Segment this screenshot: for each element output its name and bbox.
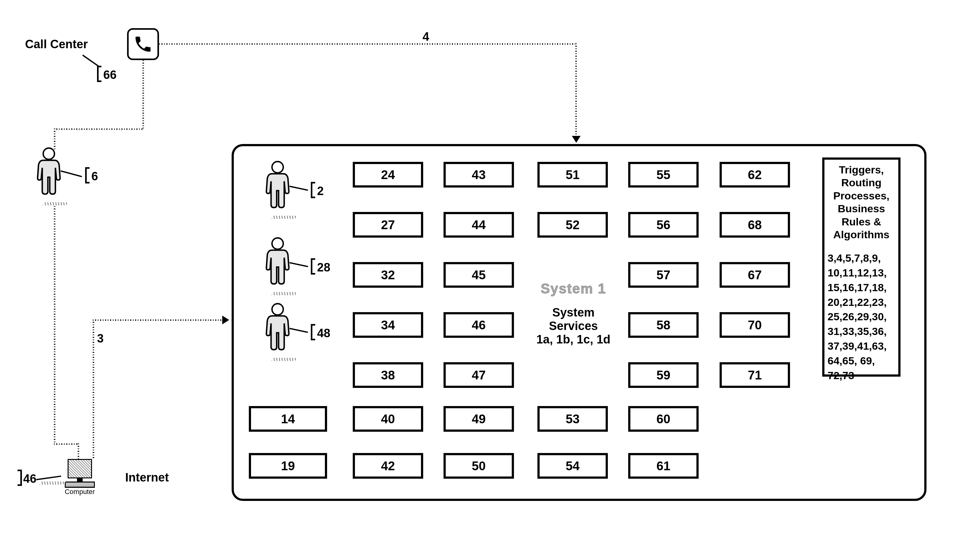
internet-label: Internet — [125, 471, 169, 484]
triggers-line: 3,4,5,7,8,9, — [827, 251, 895, 266]
module-box: 44 — [444, 212, 514, 238]
person-icon — [263, 161, 292, 217]
module-box: 43 — [444, 162, 514, 188]
module-box: 62 — [719, 162, 790, 188]
system-services-label: System Services — [534, 306, 612, 333]
person-icon — [263, 303, 292, 359]
module-box: 59 — [628, 362, 698, 388]
triggers-line: 25,26,29,30, — [827, 309, 895, 324]
triggers-list: 3,4,5,7,8,9, 10,11,12,13, 15,16,17,18, 2… — [827, 251, 895, 383]
svg-point-3 — [272, 304, 283, 315]
module-box: 55 — [628, 162, 698, 188]
module-box: 49 — [444, 406, 514, 432]
person6-lead: 6 — [91, 170, 98, 183]
triggers-box: Triggers, Routing Processes, Business Ru… — [822, 158, 900, 377]
module-box: 19 — [249, 453, 327, 479]
computer-icon: Computer — [63, 459, 97, 496]
module-box: 54 — [538, 453, 608, 479]
triggers-line: 31,33,35,36, — [827, 324, 895, 339]
path-4-seg1 — [159, 43, 576, 45]
call-center-lead: 66 — [103, 68, 116, 82]
module-box: 68 — [719, 212, 790, 238]
system-title: System 1 — [534, 281, 612, 296]
module-box: 27 — [353, 212, 423, 238]
module-box: 51 — [538, 162, 608, 188]
person-icon — [35, 147, 63, 204]
module-box: 70 — [719, 312, 790, 338]
triggers-line: 20,21,22,23, — [827, 295, 895, 310]
module-box: 53 — [538, 406, 608, 432]
system-panel: 2 28 48 24 43 51 55 62 27 44 52 56 68 32… — [232, 144, 926, 501]
path-3-label: 3 — [97, 332, 103, 345]
path-4-arrow — [572, 136, 581, 143]
phone-icon — [127, 28, 159, 60]
system-title-block: System 1 System Services 1a, 1b, 1c, 1d — [534, 281, 612, 346]
computer-bracket — [18, 470, 22, 486]
call-center-label: Call Center — [25, 38, 88, 51]
path-3-arrow — [222, 315, 229, 324]
module-box: 71 — [719, 362, 790, 388]
module-box: 32 — [353, 262, 423, 288]
computer-label: Computer — [63, 488, 97, 496]
module-box: 14 — [249, 406, 327, 432]
module-box: 57 — [628, 262, 698, 288]
person6-leader — [60, 170, 82, 177]
p2-lead: 28 — [317, 261, 330, 274]
svg-point-2 — [272, 238, 283, 249]
triggers-line: 37,39,41,63, — [827, 339, 895, 353]
triggers-line: 10,11,12,13, — [827, 266, 895, 280]
path-4-label: 4 — [423, 30, 429, 43]
module-box: 60 — [628, 406, 698, 432]
module-box: 58 — [628, 312, 698, 338]
p1-bracket — [311, 182, 315, 198]
module-box: 40 — [353, 406, 423, 432]
triggers-title: Triggers, Routing Processes, Business Ru… — [827, 164, 895, 241]
module-box: 38 — [353, 362, 423, 388]
triggers-line: 64,65, 69, — [827, 353, 895, 368]
triggers-line: 15,16,17,18, — [827, 280, 895, 295]
person-to-computer-seg1 — [54, 206, 56, 444]
module-box: 56 — [628, 212, 698, 238]
call-center-bracket — [97, 66, 102, 82]
p3-lead: 48 — [317, 326, 330, 340]
module-box: 46 — [444, 312, 514, 338]
svg-point-0 — [43, 148, 54, 159]
person6-bracket — [85, 167, 89, 183]
p3-bracket — [311, 324, 315, 340]
phone-to-person-seg2 — [54, 128, 144, 130]
p2-bracket — [311, 258, 315, 275]
module-box: 24 — [353, 162, 423, 188]
path-3-seg2 — [93, 319, 223, 321]
module-box: 45 — [444, 262, 514, 288]
call-center-leader — [82, 54, 100, 67]
module-box: 67 — [719, 262, 790, 288]
path-3-seg1 — [93, 319, 94, 459]
computer-lead: 46 — [23, 472, 36, 486]
person-icon — [263, 237, 292, 293]
module-box: 42 — [353, 453, 423, 479]
module-box: 52 — [538, 212, 608, 238]
person-to-computer-seg2 — [54, 443, 78, 445]
path-4-seg2 — [575, 43, 577, 137]
svg-point-1 — [272, 162, 283, 173]
module-box: 61 — [628, 453, 698, 479]
module-box: 47 — [444, 362, 514, 388]
system-services-sub: 1a, 1b, 1c, 1d — [534, 333, 612, 346]
phone-to-person-seg1 — [142, 60, 144, 129]
p3-leader — [290, 328, 308, 333]
p1-leader — [290, 186, 308, 191]
triggers-line: 72,73 — [827, 368, 895, 383]
module-box: 50 — [444, 453, 514, 479]
computer-leader — [36, 476, 61, 480]
p2-leader — [290, 262, 308, 267]
module-box: 34 — [353, 312, 423, 338]
p1-lead: 2 — [317, 185, 324, 198]
